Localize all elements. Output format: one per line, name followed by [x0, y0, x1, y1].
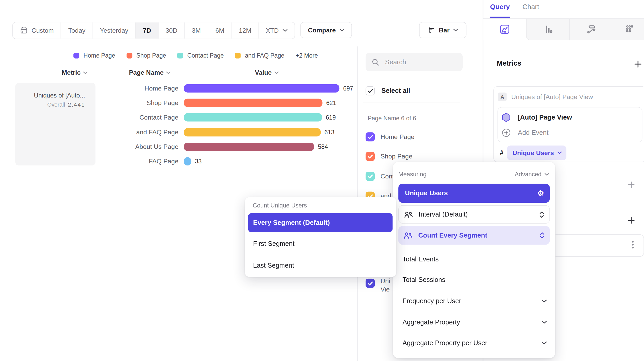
chart-type-tab-flow[interactable]: [569, 18, 613, 40]
date-range-6m[interactable]: 6M: [208, 22, 232, 38]
option-aggregate-property[interactable]: Aggregate Property: [402, 318, 547, 326]
bar-value: 697: [343, 85, 353, 92]
date-range-30d[interactable]: 30D: [159, 22, 185, 38]
checkbox-checked-icon[interactable]: [366, 132, 375, 141]
option-every-segment-default[interactable]: Every Segment (Default): [248, 213, 393, 232]
option-aggregate-property-per-user[interactable]: Aggregate Property per User: [402, 339, 547, 347]
metric-builder-title: Uniques of [Auto] Page View: [511, 93, 593, 101]
segment-group-label: Page Name 6 of 6: [368, 115, 416, 122]
measuring-title: Measuring: [398, 171, 426, 178]
search-input[interactable]: [384, 58, 456, 66]
column-header-page-name[interactable]: Page Name: [123, 69, 177, 76]
chart-type-tab-bar[interactable]: [526, 18, 569, 40]
metrics-heading: Metrics: [497, 59, 521, 68]
option-last-segment[interactable]: Last Segment: [253, 262, 294, 269]
metric-cell[interactable]: Uniques of [Auto... Overall2,441: [15, 83, 95, 165]
bar-chart: Home Page697 Shop Page621 Contact Page61…: [100, 81, 556, 169]
bar-about-us-page[interactable]: [184, 143, 314, 151]
event-card: [Auto] Page View Add Event: [497, 107, 642, 142]
metric-builder-card[interactable]: A Uniques of [Auto] Page View [Auto] Pag…: [493, 86, 644, 162]
metric-overall-value: 2,441: [68, 102, 85, 108]
measure-dropdown[interactable]: Unique Users: [507, 145, 566, 160]
add-event-label: Add Event: [518, 129, 549, 136]
date-range-12m[interactable]: 12M: [232, 22, 259, 38]
bar-value: 621: [326, 100, 336, 106]
chevron-down-icon: [453, 29, 458, 31]
bar-and-faq-page[interactable]: [184, 128, 320, 136]
chevron-down-icon: [542, 300, 547, 303]
advanced-dropdown[interactable]: Advanced: [515, 171, 550, 178]
legend-item[interactable]: Home Page: [73, 52, 115, 59]
legend-more-button[interactable]: +2 More: [296, 52, 318, 59]
chevron-down-icon: [542, 341, 547, 345]
chart-type-label: Bar: [439, 26, 449, 34]
hexagon-icon: [502, 112, 511, 122]
measuring-popover: Measuring Advanced Unique Users ⚙ Interv…: [393, 162, 555, 358]
bar-value: 584: [318, 143, 328, 150]
option-unique-users[interactable]: Unique Users ⚙: [398, 184, 550, 203]
chevron-down-icon: [542, 321, 547, 324]
bar-shop-page[interactable]: [184, 99, 322, 107]
gear-icon[interactable]: ⚙: [537, 190, 544, 197]
segment-checkbox-row[interactable]: UniVie: [366, 279, 390, 293]
date-range-today[interactable]: Today: [61, 22, 93, 38]
flow-icon: [586, 23, 597, 34]
option-frequency-per-user[interactable]: Frequency per User: [402, 297, 547, 305]
circle-plus-icon: [502, 128, 511, 137]
line-chart-icon: [499, 24, 510, 35]
legend-item[interactable]: Shop Page: [126, 52, 166, 59]
chart-row: Home Page697: [100, 81, 556, 95]
date-range-3m[interactable]: 3M: [185, 22, 208, 38]
select-all-row[interactable]: Select all: [366, 86, 410, 95]
option-count-every-segment[interactable]: Count Every Segment: [398, 226, 550, 245]
chart-type-dropdown[interactable]: Bar: [419, 22, 466, 38]
segment-checkbox-row[interactable]: Shop Page: [366, 152, 412, 161]
bar-home-page[interactable]: [184, 84, 339, 92]
bar-value: 619: [326, 114, 336, 121]
bar-contact-page[interactable]: [184, 113, 322, 122]
option-total-events[interactable]: Total Events: [402, 255, 439, 263]
horizontal-bar-chart-icon: [427, 26, 435, 34]
add-event-button[interactable]: Add Event: [502, 128, 548, 137]
add-breakdown-button[interactable]: [628, 217, 635, 224]
date-range-custom[interactable]: Custom: [13, 22, 61, 38]
event-row[interactable]: [Auto] Page View: [502, 112, 572, 122]
checkbox-checked-icon[interactable]: [366, 152, 375, 161]
bar-faq-page[interactable]: [184, 157, 191, 166]
tab-chart[interactable]: Chart: [522, 3, 539, 11]
event-name: [Auto] Page View: [518, 114, 572, 121]
calendar-icon: [20, 26, 28, 34]
add-filter-button[interactable]: [628, 181, 635, 188]
chart-row: and FAQ Page613: [100, 125, 556, 139]
count-popover-title: Count Unique Users: [253, 202, 307, 209]
column-header-metric[interactable]: Metric: [54, 69, 95, 76]
select-all-checkbox[interactable]: [366, 86, 375, 95]
chevron-down-icon: [283, 29, 287, 32]
segment-checkbox-row[interactable]: Home Page: [366, 132, 414, 141]
search-icon: [371, 58, 380, 66]
chart-type-tab-retention[interactable]: [613, 18, 644, 40]
legend-swatch: [126, 53, 132, 58]
breakdown-card[interactable]: [553, 234, 644, 257]
add-metric-button[interactable]: [634, 60, 642, 68]
tab-query[interactable]: Query: [490, 3, 510, 11]
column-header-value[interactable]: Value: [248, 69, 285, 76]
segment-search[interactable]: [366, 53, 463, 71]
compare-button[interactable]: Compare: [300, 22, 352, 38]
checkbox-checked-icon[interactable]: [366, 279, 375, 288]
date-range-xtd[interactable]: XTD: [259, 22, 294, 38]
option-interval-default[interactable]: Interval (Default): [398, 205, 550, 224]
date-range-yesterday[interactable]: Yesterday: [93, 22, 136, 38]
users-icon: [404, 232, 413, 239]
legend-swatch: [235, 53, 241, 58]
option-first-segment[interactable]: First Segment: [253, 240, 294, 248]
legend-item[interactable]: Contact Page: [177, 52, 224, 59]
date-range-7d[interactable]: 7D: [136, 22, 159, 38]
chevron-down-icon: [274, 71, 279, 74]
chevron-down-icon: [544, 173, 549, 176]
checkbox-checked-icon[interactable]: [366, 172, 375, 181]
chart-type-tab-insights[interactable]: [483, 18, 526, 40]
kebab-menu-icon[interactable]: [632, 240, 634, 249]
legend-item[interactable]: and FAQ Page: [235, 52, 285, 59]
option-total-sessions[interactable]: Total Sessions: [402, 276, 445, 284]
